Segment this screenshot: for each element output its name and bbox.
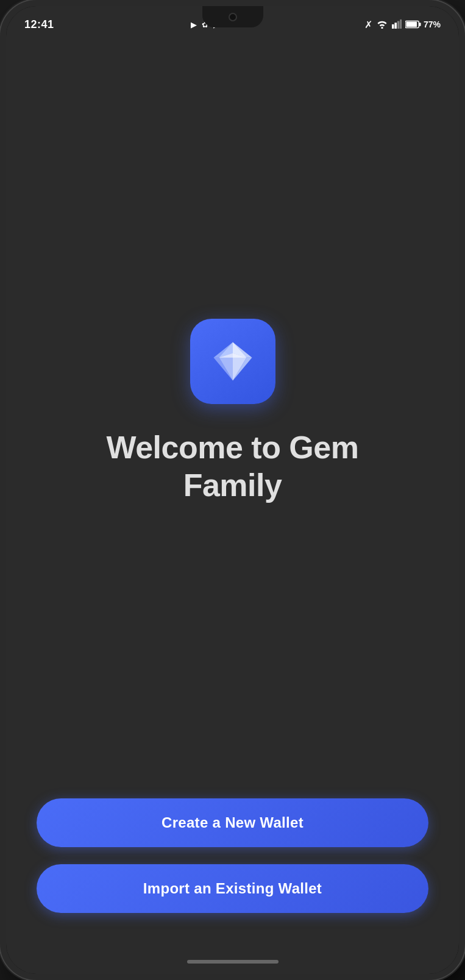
bottom-section: Create a New Wallet Import an Existing W…	[6, 780, 459, 950]
svg-rect-7	[406, 22, 417, 27]
home-indicator	[6, 950, 459, 974]
svg-rect-1	[392, 24, 394, 28]
youtube-icon: ▶	[191, 20, 197, 29]
app-icon	[190, 319, 275, 404]
wifi-icon	[376, 19, 388, 30]
svg-rect-6	[419, 23, 421, 26]
svg-rect-2	[394, 23, 397, 29]
main-content: Welcome to Gem Family	[6, 43, 459, 780]
welcome-title: Welcome to Gem Family	[107, 428, 359, 505]
bluetooth-icon: ✗	[364, 19, 372, 30]
phone-frame: 12:41 ▶ ✿ ▶ ● ✗	[0, 0, 465, 980]
gem-logo-icon	[205, 334, 260, 389]
app-icon-wrapper	[190, 319, 275, 404]
battery-indicator: 77%	[405, 20, 441, 29]
camera-area	[202, 6, 263, 27]
signal-icon	[392, 19, 402, 30]
import-wallet-button[interactable]: Import an Existing Wallet	[37, 864, 428, 913]
svg-rect-4	[400, 19, 402, 28]
status-time: 12:41	[24, 18, 54, 31]
create-wallet-button[interactable]: Create a New Wallet	[37, 798, 428, 847]
camera-dot	[229, 13, 237, 21]
svg-rect-3	[397, 21, 400, 28]
screen: 12:41 ▶ ✿ ▶ ● ✗	[6, 6, 459, 974]
status-icons: ✗	[364, 19, 441, 30]
battery-percent: 77%	[424, 20, 441, 29]
home-bar	[187, 960, 279, 964]
svg-point-0	[381, 27, 383, 29]
